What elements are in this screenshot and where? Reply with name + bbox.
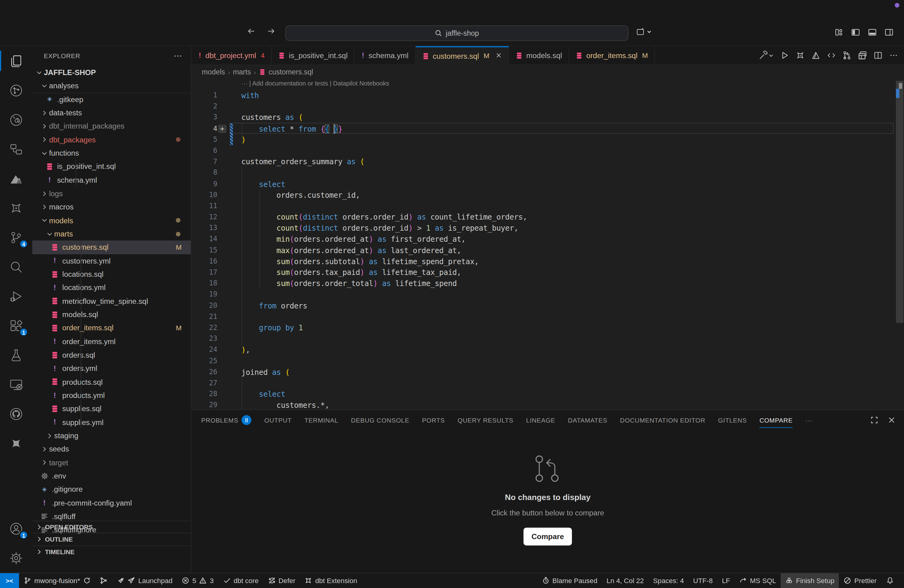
tree-file-products-sql[interactable]: products.sql <box>32 375 191 389</box>
status-prettier[interactable]: Prettier <box>839 573 881 588</box>
status-launchpad[interactable]: Launchpad <box>112 573 177 588</box>
activity-db-graph-alt[interactable] <box>0 105 32 134</box>
panel-tab-datamates[interactable]: DATAMATES <box>568 410 607 430</box>
code-line-11[interactable]: 11 <box>191 201 904 212</box>
tree-file-locations-sql[interactable]: locations.sql <box>32 267 191 281</box>
tree-file-schema-yml[interactable]: !schema.yml <box>32 174 191 187</box>
sidebar-section-timeline[interactable]: TIMELINE <box>32 545 191 558</box>
code-line-3[interactable]: 3customers as ( <box>191 112 904 123</box>
status-dbt-extension[interactable]: dbt Extension <box>300 573 362 588</box>
tab-order-items-sql[interactable]: order_items.sqlM <box>569 46 654 65</box>
tree-file-customers-yml[interactable]: !customers.yml <box>32 254 191 267</box>
query-results-button[interactable] <box>858 51 867 60</box>
dbt-build-button[interactable] <box>759 51 774 60</box>
command-center-search[interactable]: jaffle-shop <box>285 25 629 41</box>
breadcrumb-item[interactable]: marts <box>233 68 251 76</box>
panel-tab-output[interactable]: OUTPUT <box>264 410 291 430</box>
activity-github[interactable] <box>0 399 32 429</box>
code-line-4[interactable]: 4 select * from {{ }} <box>191 123 904 134</box>
code-line-16[interactable]: 16 sum(orders.subtotal) as lifetime_spen… <box>191 256 904 267</box>
tree-file-pre-commit-config-yaml[interactable]: !.pre-commit-config.yaml <box>32 496 191 510</box>
code-line-5[interactable]: 5) <box>191 134 904 145</box>
status-indentation[interactable]: Spaces: 4 <box>648 573 689 588</box>
tab-schema-yml[interactable]: !schema.yml <box>354 46 416 65</box>
tab-is-positive-int-sql[interactable]: is_positive_int.sql <box>272 46 354 65</box>
toggle-panel-icon[interactable] <box>868 28 877 37</box>
code-line-25[interactable]: 25 <box>191 356 904 367</box>
git-compare-button[interactable] <box>842 51 852 60</box>
datafold-button[interactable] <box>811 51 820 60</box>
tab-models-sql[interactable]: models.sql <box>509 46 569 65</box>
code-line-12[interactable]: 12 count(distinct orders.order_id) as co… <box>191 212 904 223</box>
tree-file-locations-yml[interactable]: !locations.yml <box>32 281 191 295</box>
activity-lineage[interactable] <box>0 134 32 164</box>
code-line-29[interactable]: 29 customers.*, <box>191 400 904 409</box>
status-git-branch[interactable]: mwong-fusion* <box>19 573 95 588</box>
sidebar-section-outline[interactable]: OUTLINE <box>32 533 191 545</box>
code-line-7[interactable]: 7customer_orders_summary as ( <box>191 156 904 167</box>
code-line-24[interactable]: 24), <box>191 345 904 356</box>
tree-file-gitignore[interactable]: .gitignore <box>32 483 191 496</box>
tree-file-is-positive-int-sql[interactable]: is_positive_int.sql <box>32 160 191 174</box>
tree-file-orders-yml[interactable]: !orders.yml <box>32 362 191 375</box>
compare-button[interactable]: Compare <box>524 528 572 545</box>
status-problems-summary[interactable]: 53 <box>177 573 218 588</box>
code-editor[interactable]: ··· | Add documentation or tests | Datap… <box>191 78 904 409</box>
code-line-6[interactable]: 6 <box>191 145 904 156</box>
activity-search[interactable] <box>0 252 32 281</box>
tree-folder-target[interactable]: target <box>32 456 191 469</box>
nav-back-icon[interactable] <box>247 27 256 36</box>
tree-file-env[interactable]: .env <box>32 469 191 483</box>
nav-forward-icon[interactable] <box>266 27 275 36</box>
activity-testing[interactable] <box>0 340 32 370</box>
tree-folder-jaffle-shop[interactable]: JAFFLE-SHOP <box>32 66 191 79</box>
customize-layout-icon[interactable] <box>834 28 844 37</box>
code-line-23[interactable]: 23 <box>191 334 904 345</box>
status-notifications[interactable] <box>881 573 898 588</box>
status-finish-setup[interactable]: Finish Setup <box>781 573 839 588</box>
status-encoding[interactable]: UTF-8 <box>689 573 718 588</box>
status-git-graph[interactable] <box>95 573 112 588</box>
tree-folder-data-tests[interactable]: data-tests <box>32 106 191 120</box>
tree-file-products-yml[interactable]: !products.yml <box>32 389 191 402</box>
more-actions-button[interactable] <box>889 51 898 60</box>
toggle-secondary-sidebar-icon[interactable] <box>884 28 893 37</box>
breadcrumb[interactable]: models›marts›customers.sql <box>191 65 904 78</box>
activity-source-control[interactable]: 4 <box>0 223 32 252</box>
panel-tab-gitlens[interactable]: GITLENS <box>718 410 747 430</box>
activity-explorer[interactable] <box>0 46 32 76</box>
panel-tab-query-results[interactable]: QUERY RESULTS <box>458 410 514 430</box>
tree-folder-dbt-packages[interactable]: dbt_packages <box>32 133 191 146</box>
tree-folder-marts[interactable]: marts <box>32 227 191 241</box>
panel-tab-more-panel-tabs[interactable]: ··· <box>805 410 812 430</box>
code-line-14[interactable]: 14 min(orders.ordered_at) as first_order… <box>191 234 904 245</box>
panel-tab-debug-console[interactable]: DEBUG CONSOLE <box>351 410 409 430</box>
tab-customers-sql[interactable]: customers.sqlM <box>416 46 509 65</box>
tree-file-supplies-sql[interactable]: supplies.sql <box>32 402 191 416</box>
tree-file-orders-sql[interactable]: orders.sql <box>32 348 191 362</box>
tree-folder-staging[interactable]: staging <box>32 429 191 443</box>
panel-tab-problems[interactable]: PROBLEMS8 <box>201 410 251 430</box>
tree-file-supplies-yml[interactable]: !supplies.yml <box>32 416 191 429</box>
tree-folder-logs[interactable]: logs <box>32 187 191 200</box>
activity-accounts[interactable]: 1 <box>0 514 32 544</box>
code-line-20[interactable]: 20 from orders <box>191 300 904 311</box>
activity-dbt[interactable] <box>0 193 32 223</box>
status-defer[interactable]: Defer <box>263 573 300 588</box>
split-editor-button[interactable] <box>874 51 883 60</box>
tree-file-gitkeep[interactable]: .gitkeep <box>32 93 191 106</box>
status-remote-indicator[interactable]: >< <box>0 573 19 588</box>
activity-datafold[interactable] <box>0 164 32 193</box>
compiled-code-button[interactable] <box>827 51 836 60</box>
code-line-1[interactable]: 1with <box>191 90 904 101</box>
activity-settings[interactable] <box>0 543 32 573</box>
status-cursor-position[interactable]: Ln 4, Col 22 <box>602 573 648 588</box>
tree-folder-seeds[interactable]: seeds <box>32 442 191 456</box>
toggle-sidebar-icon[interactable] <box>851 28 860 37</box>
code-line-10[interactable]: 10 orders.customer_id, <box>191 190 904 201</box>
run-button[interactable] <box>780 51 789 60</box>
window-actions[interactable] <box>636 27 652 36</box>
code-line-15[interactable]: 15 max(orders.ordered_at) as last_ordere… <box>191 245 904 256</box>
tree-folder-dbt-internal-packages[interactable]: dbt_internal_packages <box>32 120 191 133</box>
close-panel-icon[interactable] <box>887 416 896 424</box>
